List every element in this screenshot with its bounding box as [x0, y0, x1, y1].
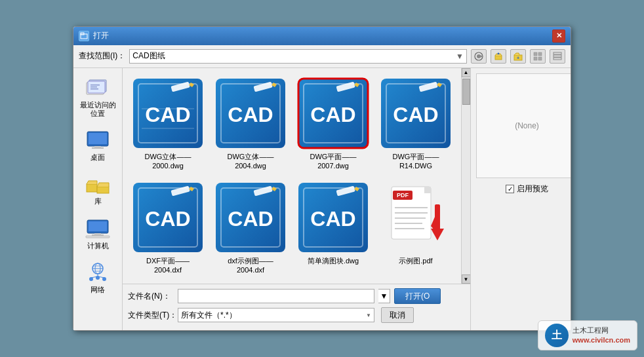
dxf-file-icon-2: CAD — [214, 181, 287, 254]
navigate-up-button[interactable] — [491, 49, 506, 64]
enable-preview-checkbox[interactable]: ✓ — [506, 185, 514, 193]
file-grid: CAD DWG立体——2000.dwg — [123, 68, 461, 284]
svg-rect-11 — [553, 52, 561, 54]
bottom-bar: 文件名(N)： ▼ 打开(O 文件类型(T)： 所有文件（*.*） ▼ — [123, 284, 470, 330]
filename-row: 文件名(N)： ▼ 打开(O — [128, 288, 465, 304]
svg-rect-8 — [538, 52, 542, 56]
scrollbar-down-arrow[interactable]: ▼ — [462, 274, 471, 284]
scrollbar-thumb[interactable] — [462, 79, 470, 105]
svg-rect-25 — [97, 187, 109, 193]
filename-dropdown-icon: ▼ — [380, 291, 388, 301]
file-grid-container: CAD DWG立体——2000.dwg — [123, 68, 470, 284]
svg-point-3 — [477, 54, 481, 58]
file-item-dwg-r14[interactable]: CAD DWG平面——R14.DWG — [377, 75, 454, 174]
new-folder-button[interactable]: + — [510, 49, 526, 64]
info-button[interactable] — [550, 49, 565, 64]
file-item-pdf[interactable]: PDF 示例图.pd — [377, 179, 454, 278]
watermark-site-url: www.civilcn.com — [573, 335, 630, 345]
svg-rect-10 — [538, 57, 542, 60]
dxf-file-icon-1: CAD — [132, 181, 204, 254]
svg-rect-27 — [89, 221, 107, 231]
file-name-dxf-2004: DXF平面——2004.dxf — [146, 256, 190, 275]
filename-dropdown-arrow[interactable]: ▼ — [378, 289, 390, 303]
svg-text:CAD: CAD — [145, 207, 190, 231]
file-name-dwg-2000: DWG立体——2000.dwg — [145, 152, 191, 171]
svg-rect-23 — [92, 147, 104, 149]
file-name-dwg-r14: DWG平面——R14.DWG — [393, 152, 439, 171]
svg-point-36 — [96, 276, 100, 280]
sidebar-item-library[interactable]: 库 — [75, 170, 120, 208]
toolbar-label: 查找范围(I)： — [79, 50, 125, 62]
file-item-dwg-2004[interactable]: CAD DWG立体——2004.dwg — [212, 75, 289, 174]
filetype-combo[interactable]: 所有文件（*.*） ▼ — [178, 308, 374, 322]
svg-rect-21 — [89, 133, 107, 144]
sidebar-item-computer-label: 计算机 — [87, 242, 109, 250]
open-button[interactable]: 打开(O — [394, 288, 441, 304]
svg-text:CAD: CAD — [393, 103, 438, 126]
scrollbar-track — [462, 77, 471, 274]
main-panel: CAD DWG立体——2000.dwg — [123, 68, 470, 330]
navigate-back-button[interactable] — [471, 49, 487, 64]
filename-label: 文件名(N)： — [128, 291, 174, 302]
filetype-value: 所有文件（*.*） — [181, 310, 237, 321]
watermark-site-name: 土木工程网 — [573, 326, 630, 335]
desktop-icon — [85, 128, 111, 152]
library-icon — [85, 172, 111, 196]
title-bar: 打开 ✕ — [73, 27, 571, 45]
svg-text:CAD: CAD — [228, 103, 273, 126]
sidebar-item-desktop[interactable]: 桌面 — [75, 126, 120, 164]
svg-rect-17 — [91, 85, 100, 86]
svg-rect-4 — [495, 56, 502, 60]
svg-text:CAD: CAD — [228, 207, 273, 231]
toolbar: 查找范围(I)： CAD图纸 ▼ + — [73, 45, 571, 68]
folder-name: CAD图纸 — [132, 50, 165, 62]
sidebar-item-network-label: 网络 — [91, 286, 105, 294]
watermark: 土 土木工程网 www.civilcn.com — [538, 320, 637, 350]
folder-dropdown-arrow: ▼ — [456, 52, 464, 61]
svg-rect-24 — [87, 184, 97, 192]
enable-preview-label: 启用预览 — [517, 183, 548, 195]
right-preview-panel: (None) ✓ 启用预览 — [470, 68, 571, 330]
sidebar-item-network[interactable]: 网络 — [75, 258, 120, 297]
svg-rect-19 — [91, 88, 98, 90]
sidebar-item-recent-label: 最近访问的位置 — [78, 101, 117, 118]
preview-area: (None) — [476, 73, 571, 178]
cancel-button[interactable]: 取消 — [381, 307, 414, 323]
checkbox-check-icon: ✓ — [508, 185, 513, 193]
view-toggle-button[interactable] — [530, 49, 546, 64]
svg-rect-13 — [553, 58, 561, 60]
open-dialog: 打开 ✕ 查找范围(I)： CAD图纸 ▼ — [73, 26, 571, 331]
filetype-row: 文件类型(T)： 所有文件（*.*） ▼ 取消 — [128, 307, 465, 323]
sidebar-item-library-label: 库 — [94, 197, 102, 206]
pdf-file-icon: PDF — [380, 181, 452, 254]
cad-file-icon-small: CAD — [297, 181, 369, 254]
scrollbar-up-arrow[interactable]: ▲ — [462, 68, 471, 77]
recent-icon — [85, 76, 111, 100]
svg-rect-81 — [424, 187, 431, 193]
cad-file-icon-4: CAD — [380, 77, 452, 149]
file-item-dxf-example[interactable]: CAD dxf示例图——2004.dxf — [212, 179, 289, 278]
filename-input[interactable] — [178, 289, 374, 303]
svg-marker-90 — [431, 229, 444, 240]
sidebar-item-recent[interactable]: 最近访问的位置 — [75, 73, 120, 121]
file-item-dxf-2004[interactable]: CAD DXF平面——2004.dxf — [129, 179, 207, 278]
file-item-dwg-2007[interactable]: CAD DWG平面——2007.dwg — [294, 75, 372, 174]
scrollbar[interactable]: ▲ ▼ — [461, 68, 470, 284]
cad-file-icon-1: CAD — [132, 77, 204, 149]
svg-text:CAD: CAD — [310, 103, 355, 126]
svg-rect-7 — [534, 52, 537, 56]
svg-text:PDF: PDF — [397, 192, 409, 198]
preview-text: (None) — [515, 121, 539, 130]
svg-text:CAD: CAD — [310, 207, 355, 231]
svg-rect-9 — [534, 57, 537, 60]
watermark-text: 土木工程网 www.civilcn.com — [573, 326, 630, 346]
folder-combo[interactable]: CAD图纸 ▼ — [129, 49, 467, 64]
close-button[interactable]: ✕ — [552, 29, 565, 43]
file-item-dwg-2000[interactable]: CAD DWG立体——2000.dwg — [129, 75, 207, 174]
file-item-simple-block[interactable]: CAD 简单滴图块.dwg — [294, 179, 372, 278]
svg-rect-12 — [553, 55, 561, 57]
file-name-pdf: 示例图.pdf — [399, 256, 432, 265]
sidebar-item-computer[interactable]: 计算机 — [75, 214, 120, 253]
title-bar-left: 打开 — [79, 30, 109, 41]
network-icon — [85, 261, 111, 284]
